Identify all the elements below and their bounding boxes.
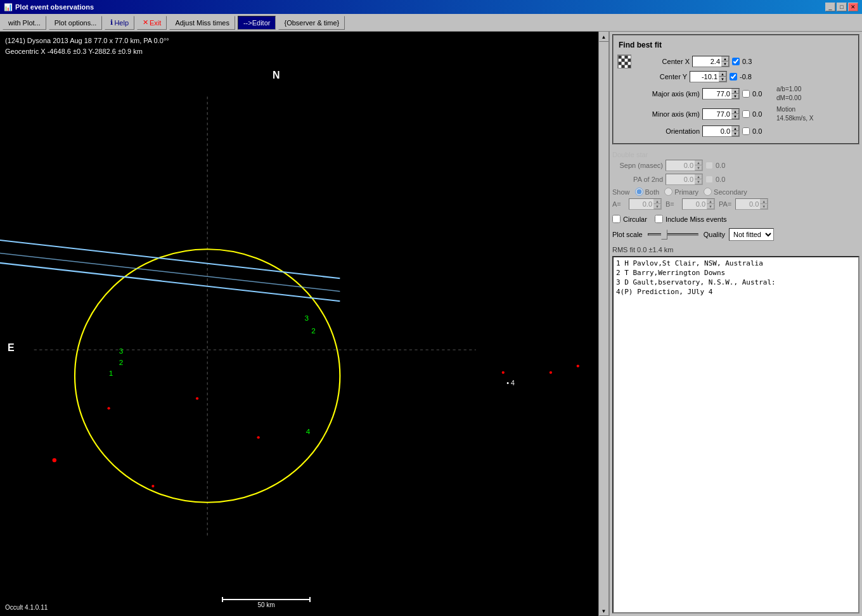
orientation-down[interactable]: ▼ [731,131,739,136]
minor-axis-label: Minor axis (km) [636,110,700,118]
minor-axis-down[interactable]: ▼ [731,114,739,119]
obs-num-3: 3 [616,278,621,286]
show-row: Show Both Primary Secondary [612,188,859,196]
obs-item-1[interactable]: 1 H Pavlov,St Clair, NSW, Australia [615,259,857,268]
with-plot-button[interactable]: with Plot... [3,16,46,30]
show-secondary-label: Secondary [714,188,747,196]
major-axis-input-group[interactable]: ▲ ▼ [702,88,740,99]
editor-button[interactable]: -->Editor [238,16,276,30]
obs-text-2: T Barry,Werrington Downs [624,269,725,277]
title-bar: 📊 Plot event observations _ □ ✕ [0,0,862,14]
circular-check-item[interactable]: Circular [612,215,647,223]
center-y-up[interactable]: ▲ [719,72,726,77]
center-y-input[interactable] [690,72,719,82]
obs-item-2[interactable]: 2 T Barry,Werrington Downs [615,268,857,278]
find-best-fit-section: Find best fit Center X ▲ [612,34,859,144]
scroll-up-button[interactable]: ▲ [599,32,609,42]
sepn-input[interactable] [666,160,695,170]
show-primary-radio[interactable] [664,188,672,196]
adjust-miss-button[interactable]: Adjust Miss times [169,16,235,30]
minor-axis-up[interactable]: ▲ [731,109,739,114]
pa2-input-group[interactable]: ▲ ▼ [735,198,768,210]
observer-time-button[interactable]: {Observer & time} [278,16,345,30]
b-input-group[interactable]: ▲ ▼ [682,198,715,210]
plot-options-button[interactable]: Plot options... [49,16,103,30]
center-x-input[interactable] [693,56,721,67]
show-secondary-group[interactable]: Secondary [704,188,747,196]
axis-ratio: a/b=1.00 [776,85,801,94]
circular-checkbox[interactable] [612,215,621,223]
show-primary-group[interactable]: Primary [664,188,698,196]
center-x-input-group[interactable]: ▲ ▼ [692,56,730,67]
orientation-up[interactable]: ▲ [731,126,739,131]
svg-text:2: 2 [119,359,124,366]
dm-value: dM=0.00 [776,94,801,103]
slider-thumb[interactable] [661,229,667,240]
axis-info: a/b=1.00 dM=0.00 [776,85,801,103]
include-miss-check-item[interactable]: Include Miss events [655,215,727,223]
center-y-row: Center Y ▲ ▼ -0.8 [617,71,854,82]
center-y-down[interactable]: ▼ [719,77,726,82]
scroll-down-button[interactable]: ▼ [599,606,609,616]
minor-axis-spinner[interactable]: ▲ ▼ [731,109,739,119]
plot-area[interactable]: 3 2 1 3 2 4 • 4 (1241) Dysona 201 [0,32,598,616]
major-axis-offset: 0.0 [752,90,771,98]
minor-axis-input[interactable] [703,109,731,119]
major-axis-input[interactable] [703,89,731,99]
menu-bar: with Plot... Plot options... ℹ Help ✕ Ex… [0,14,862,32]
center-x-checkbox[interactable] [732,58,740,65]
a-input[interactable] [629,199,653,209]
show-secondary-radio[interactable] [704,188,712,196]
observations-list[interactable]: 1 H Pavlov,St Clair, NSW, Australia 2 T … [612,256,859,613]
minimize-button[interactable]: _ [825,3,835,11]
obs-item-3[interactable]: 3 D Gault,bservatory, N.S.W., Austral: [615,278,857,287]
help-button[interactable]: ℹ Help [105,16,134,30]
major-axis-up[interactable]: ▲ [731,89,739,94]
pa-input[interactable] [666,174,695,184]
pa-spinner: ▲ ▼ [695,174,702,184]
pa2-input[interactable] [736,199,760,209]
double-star-section: Double star Sepn (masec) ▲ ▼ 0.0 [612,148,859,212]
center-y-checkbox[interactable] [730,73,737,80]
b-input[interactable] [683,199,707,209]
sepn-checkbox [705,162,713,169]
quality-select[interactable]: Not fitted Poor Fair Good Excellent [729,228,774,241]
orientation-input[interactable] [703,126,731,136]
maximize-button[interactable]: □ [837,3,847,11]
scale-label: 50 km [257,601,274,608]
major-axis-checkbox[interactable] [742,90,750,98]
show-both-label: Both [645,188,660,196]
center-x-spinner[interactable]: ▲ ▼ [721,56,729,67]
center-x-down[interactable]: ▼ [721,61,729,67]
scale-line [222,599,311,600]
center-y-spinner[interactable]: ▲ ▼ [719,72,726,82]
orientation-spinner[interactable]: ▲ ▼ [731,126,739,136]
orientation-input-group[interactable]: ▲ ▼ [702,125,740,137]
sepn-spinner: ▲ ▼ [695,160,702,170]
minor-axis-checkbox[interactable] [742,110,750,118]
pa-input-group[interactable]: ▲ ▼ [666,174,703,185]
center-y-label: Center Y [636,73,687,80]
major-axis-down[interactable]: ▼ [731,94,739,99]
obs-text-1: H Pavlov,St Clair, NSW, Australia [624,259,763,267]
exit-button[interactable]: ✕ Exit [137,16,167,30]
fit-icon [617,55,631,68]
orientation-checkbox[interactable] [742,127,750,135]
close-button[interactable]: ✕ [848,3,858,11]
show-both-radio[interactable] [635,188,643,196]
abc-row: A= ▲ ▼ B= ▲ ▼ PA= [612,198,859,210]
include-miss-checkbox[interactable] [655,215,663,223]
svg-point-15 [107,407,110,409]
plot-scale-slider[interactable] [648,233,698,236]
sepn-input-group[interactable]: ▲ ▼ [666,160,703,171]
center-y-input-group[interactable]: ▲ ▼ [690,71,727,82]
show-both-group[interactable]: Both [635,188,660,196]
obs-item-4[interactable]: 4(P) Prediction, JUly 4 [615,287,857,297]
obs-num-4: 4(P) [616,288,633,296]
center-x-up[interactable]: ▲ [721,56,729,61]
window-controls[interactable]: _ □ ✕ [825,3,858,11]
plot-scrollbar[interactable]: ▲ ▼ [598,32,608,616]
major-axis-spinner[interactable]: ▲ ▼ [731,89,739,99]
a-input-group[interactable]: ▲ ▼ [629,198,662,210]
minor-axis-input-group[interactable]: ▲ ▼ [702,108,740,120]
